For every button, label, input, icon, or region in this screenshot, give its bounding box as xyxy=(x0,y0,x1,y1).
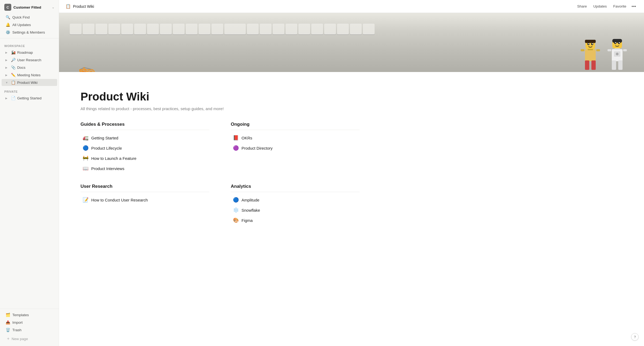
svg-point-25 xyxy=(616,53,619,55)
templates-icon: 🗂️ xyxy=(5,313,10,317)
quick-find-icon: 🔍 xyxy=(5,15,10,19)
product-wiki-chevron-icon: ▼ xyxy=(5,81,9,84)
roadmap-label: Roadmap xyxy=(17,51,33,55)
import-label: Import xyxy=(12,320,23,325)
section-user-research: User Research 📝 How to Conduct User Rese… xyxy=(80,184,209,225)
divider-workspace xyxy=(0,38,59,38)
settings-icon: ⚙️ xyxy=(5,30,10,34)
svg-rect-0 xyxy=(585,49,596,61)
updates-button[interactable]: Updates xyxy=(591,3,609,10)
main-content: 📋 Product Wiki Share Updates Favorite ••… xyxy=(59,0,644,346)
product-wiki-label: Product Wiki xyxy=(17,81,38,85)
sidebar-item-user-research[interactable]: ▶ 🔎 User Research xyxy=(2,56,57,63)
okrs-label: OKRs xyxy=(241,136,252,140)
help-button[interactable]: ? xyxy=(631,333,639,341)
new-page-button[interactable]: + New page xyxy=(3,334,56,343)
sidebar-item-trash[interactable]: 🗑️ Trash xyxy=(2,326,57,334)
sidebar-nav-all-updates[interactable]: 🔔 All Updates xyxy=(2,21,57,28)
section-ongoing: Ongoing 📕 OKRs 🟣 Product Directory xyxy=(231,122,360,173)
sidebar-item-getting-started[interactable]: ▶ 📄 Getting Started xyxy=(2,95,57,102)
svg-rect-2 xyxy=(585,40,596,43)
lego-figure-2 xyxy=(606,34,628,72)
item-snowflake[interactable]: ❄️ Snowflake xyxy=(231,206,360,215)
trash-label: Trash xyxy=(12,328,21,332)
snowflake-label: Snowflake xyxy=(241,208,260,212)
sidebar-nav-quick-find[interactable]: 🔍 Quick Find xyxy=(2,14,57,21)
item-amplitude[interactable]: 🔵 Amplitude xyxy=(231,195,360,204)
docs-icon: 📎 xyxy=(11,65,16,70)
page-emoji: 🏗️ xyxy=(78,67,96,72)
settings-label: Settings & Members xyxy=(12,30,45,34)
item-getting-started[interactable]: 🚛 Getting Started xyxy=(80,133,209,142)
share-button[interactable]: Share xyxy=(575,3,590,10)
svg-rect-10 xyxy=(591,60,596,70)
more-options-button[interactable]: ••• xyxy=(630,3,638,10)
section-user-research-items: 📝 How to Conduct User Research xyxy=(80,195,209,204)
getting-started-icon: 📄 xyxy=(11,96,16,100)
svg-rect-15 xyxy=(612,39,622,43)
docs-chevron-icon: ▶ xyxy=(5,66,9,69)
docs-label: Docs xyxy=(17,66,25,70)
workspace-icon: C xyxy=(4,4,11,11)
workspace-name: Customer Fitted xyxy=(13,5,50,9)
item-figma[interactable]: 🎨 Figma xyxy=(231,216,360,225)
new-page-label: New page xyxy=(12,337,28,341)
section-ongoing-title: Ongoing xyxy=(231,122,360,130)
amplitude-label: Amplitude xyxy=(241,198,259,202)
topbar-actions: Share Updates Favorite ••• xyxy=(575,3,638,10)
meeting-notes-icon: ✏️ xyxy=(11,73,16,77)
item-product-interviews[interactable]: 📖 Product Interviews xyxy=(80,164,209,173)
all-updates-icon: 🔔 xyxy=(5,23,10,27)
import-icon: 📥 xyxy=(5,320,10,325)
user-research-chevron-icon: ▶ xyxy=(5,59,9,62)
content-grid: Guides & Processes 🚛 Getting Started 🔵 P… xyxy=(80,122,360,236)
product-directory-icon: 🟣 xyxy=(233,145,239,151)
meeting-notes-chevron-icon: ▶ xyxy=(5,74,9,77)
lego-figure-1 xyxy=(580,34,601,72)
svg-rect-9 xyxy=(585,60,589,70)
getting-started-item-icon: 🚛 xyxy=(83,135,89,141)
amplitude-icon: 🔵 xyxy=(233,197,239,203)
section-analytics-title: Analytics xyxy=(231,184,360,192)
svg-rect-23 xyxy=(618,60,623,70)
item-product-directory[interactable]: 🟣 Product Directory xyxy=(231,143,360,153)
getting-started-item-label: Getting Started xyxy=(91,136,118,140)
favorite-button[interactable]: Favorite xyxy=(610,3,629,10)
quick-find-label: Quick Find xyxy=(12,15,30,19)
section-user-research-title: User Research xyxy=(80,184,209,192)
sidebar-nav-settings[interactable]: ⚙️ Settings & Members xyxy=(2,29,57,36)
item-product-lifecycle[interactable]: 🔵 Product Lifecycle xyxy=(80,143,209,153)
sidebar-item-roadmap[interactable]: ▶ 🚂 Roadmap xyxy=(2,49,57,56)
more-options-icon: ••• xyxy=(632,4,636,9)
sidebar-item-import[interactable]: 📥 Import xyxy=(2,319,57,326)
sidebar-item-product-wiki[interactable]: ▼ 📋 Product Wiki xyxy=(2,79,57,86)
keyboard-decoration xyxy=(59,18,644,40)
hero-image: 🏗️ xyxy=(59,13,644,72)
sidebar-item-docs[interactable]: ▶ 📎 Docs xyxy=(2,64,57,71)
svg-point-18 xyxy=(615,42,616,43)
svg-point-5 xyxy=(588,43,589,44)
section-ongoing-items: 📕 OKRs 🟣 Product Directory xyxy=(231,133,360,153)
lego-figures xyxy=(580,34,628,72)
item-how-to-conduct[interactable]: 📝 How to Conduct User Research xyxy=(80,195,209,204)
item-okrs[interactable]: 📕 OKRs xyxy=(231,133,360,142)
product-interviews-label: Product Interviews xyxy=(91,166,124,171)
how-to-conduct-label: How to Conduct User Research xyxy=(91,198,148,202)
page-title: Product Wiki xyxy=(80,90,360,103)
item-how-to-launch[interactable]: 🚧 How to Launch a Feature xyxy=(80,154,209,163)
private-section-label: PRIVATE xyxy=(0,86,59,94)
section-guides-title: Guides & Processes xyxy=(80,122,209,130)
svg-point-19 xyxy=(619,42,620,43)
product-wiki-icon: 📋 xyxy=(11,80,16,85)
sidebar-item-meeting-notes[interactable]: ▶ ✏️ Meeting Notes xyxy=(2,71,57,78)
content-area: Product Wiki All things related to produ… xyxy=(59,72,381,257)
sidebar-item-templates[interactable]: 🗂️ Templates xyxy=(2,311,57,319)
svg-rect-7 xyxy=(581,49,584,51)
workspace-header[interactable]: C Customer Fitted ⌄ xyxy=(0,0,59,13)
figma-label: Figma xyxy=(241,218,253,223)
svg-rect-21 xyxy=(623,49,627,51)
workspace-chevron-icon: ⌄ xyxy=(52,5,54,9)
product-interviews-icon: 📖 xyxy=(83,165,89,171)
workspace-section-label: WORKSPACE xyxy=(0,41,59,49)
meeting-notes-label: Meeting Notes xyxy=(17,73,41,77)
